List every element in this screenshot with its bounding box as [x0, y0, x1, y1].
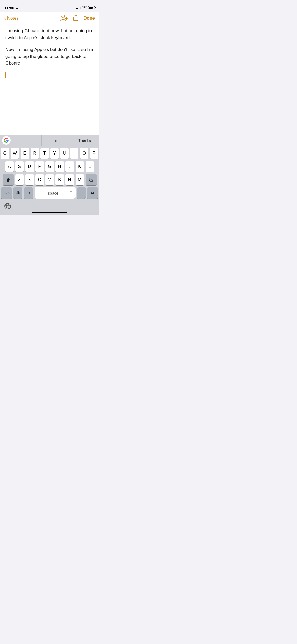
- space-key[interactable]: space: [35, 187, 76, 199]
- key-row-1: Q W E R T Y U I O P: [1, 148, 98, 159]
- nav-actions: Done: [60, 14, 95, 23]
- key-f[interactable]: F: [35, 161, 44, 172]
- key-k[interactable]: K: [76, 161, 84, 172]
- suggestions-row: I I'm Thanks: [0, 135, 99, 146]
- suggestion-item[interactable]: I'm: [41, 135, 70, 146]
- back-button[interactable]: ‹ Notes: [4, 15, 19, 21]
- key-m[interactable]: M: [76, 174, 84, 185]
- key-b[interactable]: B: [55, 174, 64, 185]
- status-bar: 11:56 ▲: [0, 0, 99, 12]
- delete-key[interactable]: [86, 174, 97, 185]
- back-label: Notes: [7, 16, 19, 21]
- home-indicator: [32, 212, 67, 213]
- key-e[interactable]: E: [21, 148, 29, 159]
- key-r[interactable]: R: [31, 148, 39, 159]
- note-body[interactable]: I'm using Gboard right now, but am going…: [0, 25, 99, 83]
- key-z[interactable]: Z: [15, 174, 24, 185]
- add-collaborator-button[interactable]: [60, 14, 68, 23]
- shift-key[interactable]: [3, 174, 14, 185]
- text-cursor: [5, 72, 6, 78]
- svg-point-7: [6, 203, 9, 209]
- note-paragraph-1: I'm using Gboard right now, but am going…: [5, 27, 94, 41]
- key-c[interactable]: C: [35, 174, 44, 185]
- battery-fill: [89, 7, 93, 9]
- key-o[interactable]: O: [80, 148, 88, 159]
- battery-icon: [88, 6, 95, 9]
- status-time: 11:56 ▲: [4, 6, 18, 10]
- return-key[interactable]: [87, 187, 98, 199]
- signal-icon: [76, 6, 81, 9]
- emoji-icon: ☺: [26, 191, 31, 195]
- key-g[interactable]: G: [45, 161, 54, 172]
- wifi-icon: [82, 6, 87, 10]
- status-icons: [76, 6, 95, 10]
- svg-point-4: [17, 192, 19, 194]
- key-n[interactable]: N: [65, 174, 74, 185]
- key-y[interactable]: Y: [50, 148, 59, 159]
- key-s[interactable]: S: [15, 161, 24, 172]
- key-u[interactable]: U: [60, 148, 69, 159]
- emoji-key[interactable]: ☺: [24, 187, 33, 199]
- time-display: 11:56: [4, 6, 14, 10]
- settings-key[interactable]: [13, 187, 22, 199]
- key-i[interactable]: I: [70, 148, 79, 159]
- numbers-key[interactable]: 123: [1, 187, 12, 199]
- key-x[interactable]: X: [25, 174, 34, 185]
- key-rows: Q W E R T Y U I O P A S D F G H J K L: [0, 146, 99, 202]
- key-p[interactable]: P: [90, 148, 98, 159]
- note-paragraph-2: Now I'm using Apple's but don't like it,…: [5, 46, 94, 67]
- key-j[interactable]: J: [65, 161, 74, 172]
- note-content: I'm using Gboard right now, but am going…: [0, 25, 99, 83]
- suggestion-item[interactable]: I: [13, 135, 41, 146]
- svg-point-0: [62, 15, 65, 18]
- key-t[interactable]: T: [40, 148, 49, 159]
- suggestion-item[interactable]: Thanks: [70, 135, 99, 146]
- key-w[interactable]: W: [11, 148, 19, 159]
- key-d[interactable]: D: [25, 161, 34, 172]
- location-arrow-icon: ▲: [16, 6, 18, 9]
- key-row-4: 123 ☺ space .: [1, 187, 98, 199]
- globe-key[interactable]: [4, 203, 11, 211]
- period-key[interactable]: .: [77, 187, 86, 199]
- keyboard-bottom-bar: [0, 202, 99, 211]
- nav-bar: ‹ Notes Done: [0, 12, 99, 25]
- key-v[interactable]: V: [45, 174, 54, 185]
- suggestions-list: I I'm Thanks: [13, 135, 99, 146]
- svg-point-6: [5, 203, 11, 209]
- key-a[interactable]: A: [5, 161, 14, 172]
- gboard-keyboard: I I'm Thanks Q W E R T Y U I O P A S: [0, 135, 99, 215]
- share-button[interactable]: [73, 14, 79, 22]
- key-l[interactable]: L: [86, 161, 94, 172]
- svg-point-5: [16, 191, 20, 195]
- key-h[interactable]: H: [55, 161, 64, 172]
- google-logo: [2, 136, 11, 145]
- done-button[interactable]: Done: [84, 16, 95, 21]
- key-q[interactable]: Q: [1, 148, 9, 159]
- key-row-2: A S D F G H J K L: [1, 161, 98, 172]
- key-row-3: Z X C V B N M: [1, 174, 98, 185]
- chevron-left-icon: ‹: [4, 15, 6, 21]
